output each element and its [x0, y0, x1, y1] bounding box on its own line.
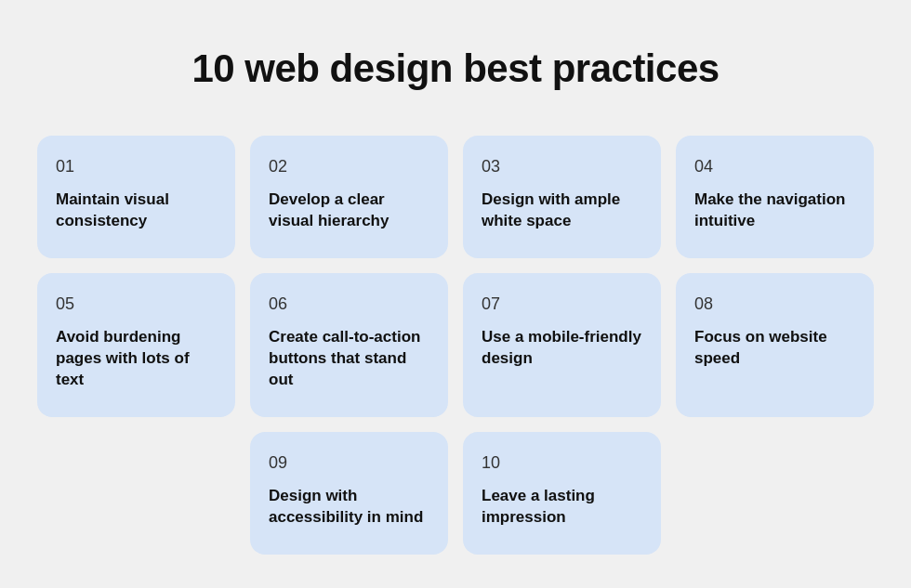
card-05: 05 Avoid burdening pages with lots of te… — [37, 273, 235, 417]
card-03: 03 Design with ample white space — [463, 136, 661, 258]
card-08: 08 Focus on website speed — [676, 273, 874, 417]
card-label: Use a mobile-friendly design — [482, 327, 642, 370]
card-label: Maintain visual consistency — [56, 189, 217, 232]
card-number: 03 — [482, 158, 642, 175]
card-number: 01 — [56, 158, 217, 175]
card-label: Design with ample white space — [482, 189, 642, 232]
card-number: 08 — [694, 295, 855, 312]
card-number: 06 — [269, 295, 429, 312]
card-06: 06 Create call-to-action buttons that st… — [250, 273, 448, 417]
card-label: Create call-to-action buttons that stand… — [269, 327, 429, 391]
card-label: Leave a lasting impression — [482, 486, 642, 529]
practices-grid: 01 Maintain visual consistency 02 Develo… — [37, 136, 874, 555]
card-label: Focus on website speed — [694, 327, 855, 370]
card-number: 04 — [694, 158, 855, 175]
card-number: 05 — [56, 295, 217, 312]
card-10: 10 Leave a lasting impression — [463, 432, 661, 555]
card-01: 01 Maintain visual consistency — [37, 136, 235, 258]
card-09: 09 Design with accessibility in mind — [250, 432, 448, 555]
page-title: 10 web design best practices — [191, 46, 719, 91]
card-number: 07 — [482, 295, 642, 312]
card-number: 02 — [269, 158, 429, 175]
card-number: 09 — [269, 454, 429, 471]
card-label: Make the navigation intuitive — [694, 189, 855, 232]
card-label: Design with accessibility in mind — [269, 486, 429, 529]
card-02: 02 Develop a clear visual hierarchy — [250, 136, 448, 258]
card-number: 10 — [482, 454, 642, 471]
card-label: Develop a clear visual hierarchy — [269, 189, 429, 232]
card-label: Avoid burdening pages with lots of text — [56, 327, 217, 391]
card-04: 04 Make the navigation intuitive — [676, 136, 874, 258]
card-07: 07 Use a mobile-friendly design — [463, 273, 661, 417]
